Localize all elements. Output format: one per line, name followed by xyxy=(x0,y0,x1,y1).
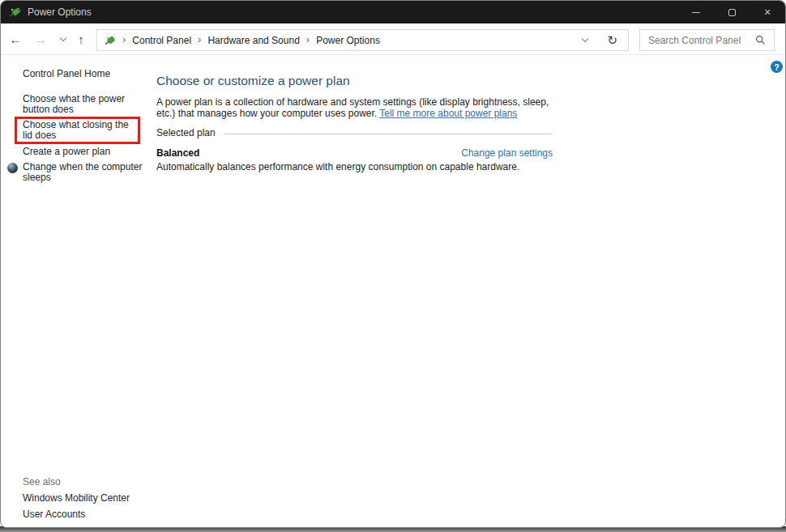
change-plan-settings-link[interactable]: Change plan settings xyxy=(461,147,553,159)
search-input[interactable] xyxy=(648,35,750,46)
address-bar-controls: ↻ xyxy=(583,34,628,46)
red-highlight-box: Choose what closing the lid does xyxy=(15,117,140,144)
window-title: Power Options xyxy=(28,6,92,18)
back-button[interactable]: ← xyxy=(5,23,26,54)
search-box[interactable] xyxy=(639,29,775,51)
close-icon: ✕ xyxy=(763,7,771,18)
sleep-icon xyxy=(7,163,18,173)
up-button[interactable]: ↑ xyxy=(70,23,92,54)
help-button[interactable]: ? xyxy=(771,61,783,73)
chevron-right-icon[interactable]: › xyxy=(122,34,126,46)
see-also-section: See also Windows Mobility Center User Ac… xyxy=(23,476,130,526)
forward-button[interactable]: → xyxy=(30,23,51,54)
sidebar-item-user-accounts[interactable]: User Accounts xyxy=(23,509,130,520)
chevron-right-icon[interactable]: › xyxy=(306,34,310,46)
separator-line xyxy=(224,134,553,134)
close-button[interactable]: ✕ xyxy=(750,1,785,23)
maximize-icon xyxy=(728,9,736,16)
address-dropdown-chevron-icon[interactable] xyxy=(582,36,588,42)
sidebar-item-windows-mobility-center[interactable]: Windows Mobility Center xyxy=(23,493,130,504)
see-also-title: See also xyxy=(23,476,130,487)
breadcrumb-control-panel[interactable]: Control Panel xyxy=(132,35,191,46)
main-content: Choose or customize a power plan A power… xyxy=(156,74,553,172)
minimize-icon xyxy=(692,12,700,13)
selected-plan-label: Selected plan xyxy=(156,127,216,138)
chevron-right-icon[interactable]: › xyxy=(198,34,201,46)
plan-name: Balanced xyxy=(156,147,199,159)
help-icon: ? xyxy=(774,62,779,72)
back-icon: ← xyxy=(10,32,22,46)
maximize-button[interactable] xyxy=(714,1,750,23)
sidebar-item-power-button[interactable]: Choose what the power button does xyxy=(23,94,147,115)
plan-row: Balanced Change plan settings xyxy=(156,147,553,159)
sidebar-item-control-panel-home[interactable]: Control Panel Home xyxy=(23,69,110,79)
search-icon[interactable] xyxy=(755,35,766,45)
sidebar-item-create-power-plan[interactable]: Create a power plan xyxy=(23,147,147,157)
sidebar-item-computer-sleeps[interactable]: Change when the computer sleeps xyxy=(23,162,147,183)
sidebar-item-computer-sleeps-row: Change when the computer sleeps xyxy=(23,162,147,183)
refresh-icon[interactable]: ↻ xyxy=(607,34,617,46)
screenshot-root: Power Options ✕ ← → xyxy=(0,0,786,532)
power-options-app-icon xyxy=(8,6,21,19)
plan-description: Automatically balances performance with … xyxy=(156,161,553,172)
page-description: A power plan is a collection of hardware… xyxy=(156,96,553,119)
breadcrumb-hardware-and-sound[interactable]: Hardware and Sound xyxy=(207,35,299,46)
breadcrumb-power-options[interactable]: Power Options xyxy=(316,35,380,46)
minimize-button[interactable] xyxy=(678,1,714,23)
up-icon: ↑ xyxy=(78,32,84,46)
navigation-bar: ← → ↑ › xyxy=(1,23,785,55)
address-bar[interactable]: › Control Panel › Hardware and Sound › P… xyxy=(96,29,629,51)
selected-plan-header: Selected plan xyxy=(156,127,553,138)
sidebar-item-closing-lid[interactable]: Choose what closing the lid does xyxy=(23,120,136,141)
window-controls: ✕ xyxy=(678,1,785,23)
chevron-down-icon xyxy=(60,34,66,40)
title-bar: Power Options ✕ xyxy=(1,1,785,23)
tell-me-more-link[interactable]: Tell me more about power plans xyxy=(379,108,517,119)
power-options-window: Power Options ✕ ← → xyxy=(0,0,786,528)
power-options-breadcrumb-icon xyxy=(104,34,116,46)
sidebar-task-list: Choose what the power button does Choose… xyxy=(23,94,147,183)
forward-icon: → xyxy=(35,32,47,46)
page-title: Choose or customize a power plan xyxy=(156,74,553,88)
